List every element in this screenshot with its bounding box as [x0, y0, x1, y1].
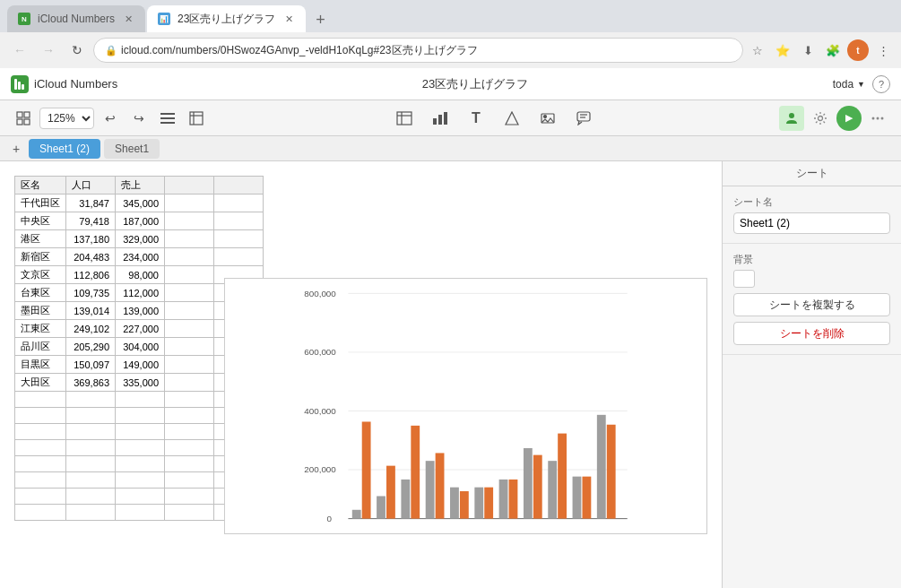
forward-button[interactable]: → — [36, 38, 61, 63]
more-settings-button[interactable] — [865, 106, 890, 131]
cell-empty1 — [165, 266, 214, 284]
color-swatch[interactable] — [733, 270, 755, 288]
cell-empty — [66, 489, 116, 505]
chart-svg: 800,000 600,000 400,000 200,000 0 — [225, 279, 706, 533]
chart-button[interactable] — [428, 106, 453, 131]
cell-empty — [165, 392, 214, 408]
svg-text:800,000: 800,000 — [304, 289, 336, 298]
text-button[interactable]: T — [463, 106, 489, 131]
cell-empty — [165, 424, 214, 440]
shape-button[interactable] — [499, 106, 524, 131]
media-button[interactable] — [535, 106, 560, 131]
cell-sales: 335,000 — [116, 374, 165, 392]
svg-rect-1 — [18, 82, 21, 90]
cell-empty1 — [165, 356, 214, 374]
settings-button[interactable] — [808, 106, 833, 131]
svg-rect-3 — [17, 112, 22, 117]
cell-district: 目黒区 — [15, 356, 66, 374]
cell-empty — [66, 440, 116, 456]
cell-sales: 112,000 — [116, 284, 165, 302]
sheet-tabs: + Sheet1 (2) Sheet1 — [0, 136, 901, 161]
menu-icon[interactable]: ⋮ — [872, 39, 894, 61]
cell-empty — [15, 408, 66, 424]
bar-sales-1 — [386, 466, 395, 519]
address-bar: ← → ↻ 🔒 icloud.com/numbers/0HSwoz4GAnvp_… — [0, 32, 901, 68]
svg-rect-0 — [14, 79, 17, 90]
back-button[interactable]: ← — [7, 38, 32, 63]
table-row[interactable]: 千代田区31,847345,000 — [15, 195, 264, 212]
table-view-button[interactable] — [11, 106, 36, 131]
zoom-select[interactable]: 125% — [39, 108, 94, 129]
sheet-tab-2[interactable]: Sheet1 — [104, 139, 160, 159]
cell-sales: 227,000 — [116, 320, 165, 338]
address-input[interactable]: 🔒 icloud.com/numbers/0HSwoz4GAnvp_-veldH… — [93, 38, 743, 63]
app-logo-text: iCloud Numbers — [34, 77, 117, 91]
help-button[interactable]: ? — [872, 75, 890, 93]
table-row[interactable]: 港区137,180329,000 — [15, 230, 264, 248]
cell-population: 137,180 — [66, 230, 116, 248]
redo-button[interactable]: ↪ — [126, 106, 152, 131]
cell-district: 墨田区 — [15, 302, 66, 320]
comment-button[interactable] — [571, 106, 596, 131]
cell-empty2 — [214, 230, 264, 248]
cell-district: 大田区 — [15, 374, 66, 392]
bookmark-icon[interactable]: ☆ — [747, 39, 768, 61]
insert-table-center-button[interactable] — [392, 106, 417, 131]
table-row[interactable]: 新宿区204,483234,000 — [15, 248, 264, 266]
table-insert-button[interactable] — [184, 106, 209, 131]
user-name: toda — [833, 78, 853, 91]
undo-button[interactable]: ↩ — [98, 106, 123, 131]
list-button[interactable] — [155, 106, 180, 131]
app-user: toda ▼ — [833, 78, 865, 91]
cell-empty — [165, 472, 214, 489]
bar-sales-6 — [509, 480, 518, 519]
cell-empty — [116, 505, 165, 521]
svg-point-21 — [544, 115, 547, 117]
svg-rect-2 — [22, 84, 24, 90]
cell-empty — [15, 392, 66, 408]
cell-empty — [15, 456, 66, 472]
cell-sales: 187,000 — [116, 212, 165, 230]
add-sheet-button[interactable]: + — [7, 140, 25, 158]
svg-rect-9 — [160, 122, 175, 124]
svg-text:0: 0 — [326, 514, 332, 523]
cell-sales: 234,000 — [116, 248, 165, 266]
cell-empty2 — [214, 195, 264, 212]
sheet-name-input[interactable] — [733, 212, 890, 234]
download-icon[interactable]: ⬇ — [797, 39, 819, 61]
bar-sales-8 — [558, 434, 567, 519]
bar-pop-6 — [499, 480, 508, 519]
bg-label: 背景 — [733, 253, 890, 266]
col-header-sales: 売上 — [116, 177, 165, 195]
cell-empty — [66, 472, 116, 489]
delete-sheet-button[interactable]: シートを削除 — [733, 322, 890, 345]
new-tab-button[interactable]: + — [308, 7, 333, 32]
share-button[interactable]: ▶ — [836, 106, 862, 131]
table-row[interactable]: 中央区79,418187,000 — [15, 212, 264, 230]
duplicate-sheet-button[interactable]: シートを複製する — [733, 293, 890, 316]
bar-sales-7 — [533, 455, 542, 519]
tab-close-chart[interactable]: ✕ — [282, 13, 295, 25]
cell-population: 139,014 — [66, 302, 116, 320]
cell-empty — [15, 489, 66, 505]
right-panel: シート シート名 背景 シートを複製する シートを削除 — [722, 161, 901, 588]
bg-color-picker — [733, 270, 890, 288]
bar-pop-3 — [426, 461, 435, 518]
tab-numbers[interactable]: N iCloud Numbers ✕ — [7, 5, 145, 32]
cell-empty — [165, 489, 214, 505]
refresh-button[interactable]: ↻ — [65, 38, 90, 63]
extensions-icon[interactable]: 🧩 — [822, 39, 844, 61]
svg-rect-8 — [160, 117, 175, 119]
collab-button[interactable] — [779, 106, 804, 131]
tab-close-numbers[interactable]: ✕ — [122, 13, 134, 25]
profile-icon[interactable]: t — [847, 39, 869, 61]
tab-chart[interactable]: 📊 23区売り上げグラフ ✕ — [147, 5, 306, 32]
cell-population: 369,863 — [66, 374, 116, 392]
svg-text:600,000: 600,000 — [304, 347, 336, 357]
toolbar-center: T — [212, 106, 775, 131]
cell-sales: 345,000 — [116, 195, 165, 212]
bar-sales-9 — [582, 477, 591, 519]
star-icon[interactable]: ⭐ — [772, 39, 793, 61]
sheet-tab-1[interactable]: Sheet1 (2) — [29, 139, 100, 159]
svg-rect-4 — [24, 112, 30, 117]
